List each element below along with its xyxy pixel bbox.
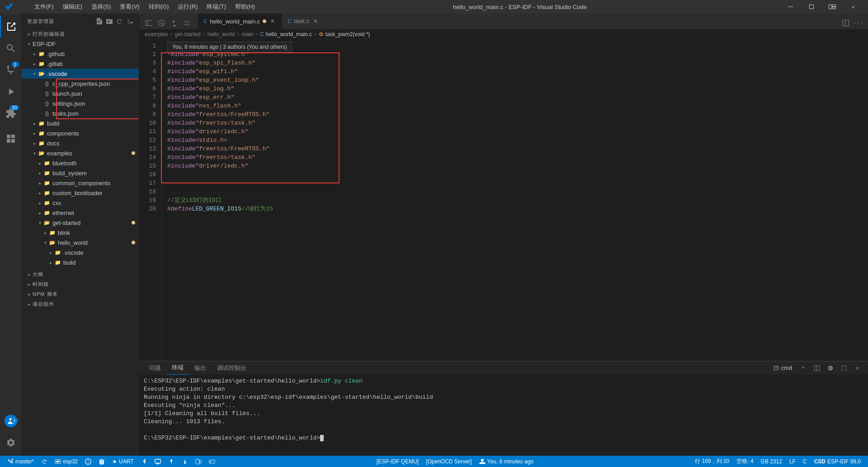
breadcrumb-get-started[interactable]: get-started <box>175 31 200 37</box>
monitor1-status[interactable] <box>151 456 165 467</box>
menu-edit[interactable]: 编辑(E) <box>58 0 87 14</box>
tab-hello-world-main[interactable]: C hello_world_main.c ✕ <box>198 14 282 29</box>
common-components-folder[interactable]: 📁 common_components <box>22 178 139 188</box>
hw-build-folder[interactable]: 📁 build <box>22 257 139 267</box>
collapse-all-icon[interactable] <box>125 17 133 25</box>
upload-status[interactable] <box>165 456 178 467</box>
device-status[interactable]: esp32 <box>51 456 81 467</box>
maximize-panel-icon[interactable] <box>838 362 850 374</box>
breadcrumb-hello-world[interactable]: hello_world <box>208 31 235 37</box>
close-button[interactable]: ✕ <box>843 0 863 14</box>
c-cpp-properties-file[interactable]: {} c_cpp_properties.json <box>22 79 139 89</box>
refresh-icon[interactable] <box>115 17 123 25</box>
breadcrumb-examples[interactable]: examples <box>145 31 168 37</box>
docs-folder[interactable]: 📁 docs <box>22 138 139 148</box>
user-avatar[interactable]: 3 <box>5 415 17 427</box>
get-started-folder[interactable]: 📂 get-started <box>22 218 139 228</box>
vscode-folder[interactable]: 📂 .vscode <box>22 69 139 79</box>
menu-goto[interactable]: 转到(G) <box>144 0 174 14</box>
panel-tab-terminal[interactable]: 终端 <box>166 361 189 375</box>
tab-task[interactable]: C task.c ✕ <box>282 14 325 29</box>
encoding-status[interactable]: GB 2312 <box>757 456 786 467</box>
openocd-status[interactable]: [OpenOCD Server] <box>422 456 475 467</box>
timeline-section[interactable]: 时间线 <box>22 279 139 289</box>
activity-source-control[interactable]: 1 <box>0 59 22 81</box>
activity-extensions[interactable]: 20 <box>0 103 22 124</box>
source-control-tab-icon[interactable] <box>168 17 180 29</box>
device3-status[interactable] <box>205 456 219 467</box>
split-editor-icon[interactable] <box>840 17 852 29</box>
cursor-pos-status[interactable]: 行 169，列 20 <box>691 456 733 467</box>
qemu-status[interactable]: [ESP-IDF QEMU] <box>373 456 422 467</box>
github-folder[interactable]: 📁 .github <box>22 49 139 59</box>
alert-status[interactable] <box>81 456 95 467</box>
terminal-content[interactable]: C:\ESP32\ESP-IDF\examples\get-started\he… <box>139 375 868 456</box>
line-ending-status[interactable]: LF <box>786 456 799 467</box>
split-terminal-icon[interactable] <box>811 362 823 374</box>
breadcrumb-file[interactable]: C hello_world_main.c <box>260 31 312 37</box>
custom-bootloader-folder[interactable]: 📁 custom_bootloader <box>22 188 139 198</box>
gitlab-folder[interactable]: 📁 .gitlab <box>22 59 139 69</box>
panel-tab-debug-console[interactable]: 调试控制台 <box>212 361 252 375</box>
sync-status[interactable] <box>38 456 51 467</box>
build-system-folder[interactable]: 📁 build_system <box>22 168 139 178</box>
new-file-icon[interactable] <box>95 17 104 25</box>
cxx-folder[interactable]: 📁 cxx <box>22 198 139 208</box>
uart-status[interactable]: ★ UART <box>108 456 137 467</box>
bluetooth-folder[interactable]: 📁 bluetooth <box>22 158 139 168</box>
blink-folder[interactable]: 📁 blink <box>22 228 139 238</box>
menu-terminal[interactable]: 终端(T) <box>202 0 231 14</box>
menu-run[interactable]: 运行(R) <box>173 0 202 14</box>
language-status[interactable]: C <box>799 456 811 467</box>
panel-tab-problems[interactable]: 问题 <box>144 361 166 375</box>
outline-section[interactable]: 大纲 <box>22 269 139 279</box>
menu-help[interactable]: 帮助(H) <box>231 0 259 14</box>
hello-world-folder[interactable]: 📂 hello_world <box>22 238 139 248</box>
build-folder[interactable]: 📁 build <box>22 118 139 128</box>
settings-json-file[interactable]: {} settings.json <box>22 98 139 108</box>
indent-status[interactable]: 空格: 4 <box>733 456 757 467</box>
accounts-button[interactable]: 3 <box>0 410 22 432</box>
flash-status[interactable] <box>137 456 151 467</box>
npm-scripts-section[interactable]: NPM 脚本 <box>22 289 139 299</box>
open-editors-section[interactable]: 打开的编辑器 <box>22 29 139 39</box>
breadcrumb-main[interactable]: main <box>241 31 253 37</box>
git-branch-status[interactable]: master* <box>4 456 38 467</box>
hw-vscode-folder[interactable]: 📁 .vscode <box>22 248 139 257</box>
activity-run-debug[interactable] <box>0 81 22 103</box>
new-folder-icon[interactable] <box>105 17 113 25</box>
menu-view[interactable]: 查看(V) <box>115 0 144 14</box>
blame-status[interactable]: You, 8 minutes ago <box>476 456 537 467</box>
ethernet-folder[interactable]: 📁 ethernet <box>22 208 139 218</box>
components-folder[interactable]: 📁 components <box>22 128 139 138</box>
esp-idf-section[interactable]: ESP-IDF <box>22 39 139 49</box>
open-recent-icon[interactable] <box>156 17 167 29</box>
layout-button[interactable] <box>822 0 843 14</box>
panel-tab-output[interactable]: 输出 <box>189 361 212 375</box>
menu-select[interactable]: 选择(S) <box>87 0 115 14</box>
tab-close-task[interactable]: ✕ <box>312 18 319 25</box>
settings-button[interactable] <box>0 432 22 453</box>
more-actions-tab-icon[interactable]: ··· <box>853 17 864 29</box>
maximize-button[interactable] <box>801 0 822 14</box>
examples-folder[interactable]: 📂 examples <box>22 148 139 158</box>
esp-version-status[interactable]: CSD ESP-IDF 99.0 <box>811 456 864 467</box>
activity-explorer[interactable] <box>0 16 22 37</box>
breadcrumb-function[interactable]: ⚙ task_pwm2(void *) <box>319 31 370 37</box>
activity-search[interactable] <box>0 37 22 59</box>
download-status[interactable] <box>178 456 192 467</box>
new-terminal-icon[interactable]: + <box>797 362 809 374</box>
toggle-sidebar-icon[interactable] <box>143 17 155 29</box>
close-panel-icon[interactable]: ✕ <box>852 362 863 374</box>
settings-tab-icon[interactable] <box>181 17 193 29</box>
device2-status[interactable] <box>192 456 205 467</box>
tasks-json-file[interactable]: {} tasks.json <box>22 108 139 118</box>
kill-terminal-icon[interactable] <box>825 362 836 374</box>
menu-file[interactable]: 文件(F) <box>30 0 58 14</box>
activity-remote[interactable] <box>0 128 22 149</box>
minimize-button[interactable] <box>780 0 801 14</box>
code-content[interactable]: #include <stdio.h> ·#include "esp_system… <box>162 39 868 361</box>
project-components-section[interactable]: 项目组件 <box>22 299 139 309</box>
trash-status[interactable] <box>95 456 108 467</box>
tab-close-hello-world[interactable]: ✕ <box>269 18 276 25</box>
